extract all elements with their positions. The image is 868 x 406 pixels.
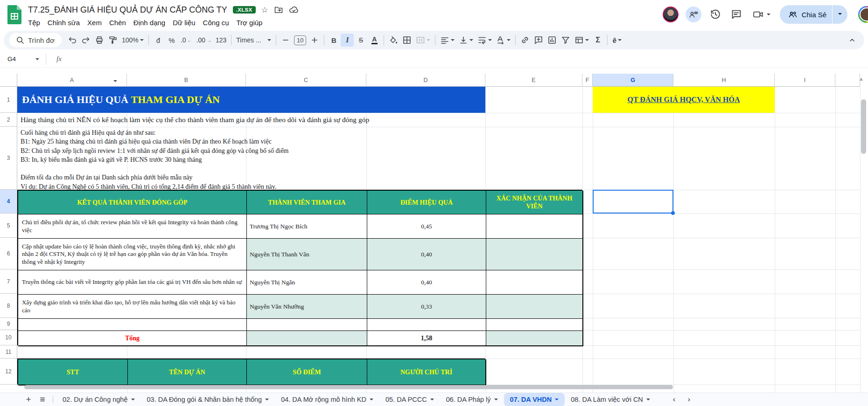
star-icon[interactable]: ☆ xyxy=(261,6,268,14)
undo-button[interactable] xyxy=(66,34,79,47)
redo-button[interactable] xyxy=(79,34,92,47)
horizontal-scrollbar[interactable] xyxy=(24,385,673,389)
name-box[interactable]: G4 xyxy=(0,55,35,62)
cell-task[interactable]: Cập nhật update báo cáo tỷ lệ hoàn thành… xyxy=(18,239,247,270)
menu-insert[interactable]: Chèn xyxy=(105,17,130,28)
insert-link-button[interactable] xyxy=(518,34,532,47)
filter-views-button[interactable] xyxy=(573,34,591,47)
row-header-1[interactable]: 1 xyxy=(0,87,17,113)
cell-score[interactable]: 0,40 xyxy=(367,270,486,295)
row-header-4[interactable]: 4 xyxy=(0,190,17,213)
cell-member[interactable]: Nguyễn Văn Nhưỡng xyxy=(247,295,367,319)
menu-edit[interactable]: Chỉnh sửa xyxy=(44,17,84,28)
header-score[interactable]: ĐIỂM HIỆU QUẢ xyxy=(367,191,486,214)
decrease-font-size-button[interactable] xyxy=(279,34,292,47)
menu-file[interactable]: Tệp xyxy=(24,17,44,28)
cell-member[interactable]: Trương Thị Ngọc Bích xyxy=(247,214,367,239)
header-member[interactable]: THÀNH VIÊN THAM GIA xyxy=(247,191,367,214)
horizontal-align-button[interactable] xyxy=(438,34,456,47)
move-folder-icon[interactable] xyxy=(274,5,283,14)
sheet-tab-04[interactable]: 04. DA Mở rộng mô hình KD xyxy=(275,393,379,406)
column-header-G[interactable]: G xyxy=(593,74,673,87)
cell-task[interactable]: Truyền thông các bài viết về Integrity g… xyxy=(18,270,247,295)
cell-confirm[interactable] xyxy=(486,295,583,319)
increase-font-size-button[interactable] xyxy=(308,34,321,47)
document-title[interactable]: T7.25_ĐÁNH GIÁ HIỆU QUẢ DỰ ÁN CẤP CÔNG T… xyxy=(28,5,227,15)
sheet-tab-02[interactable]: 02. Dự án Công nghệ xyxy=(56,393,141,406)
menu-view[interactable]: Xem xyxy=(84,17,105,28)
tabs-scroll-left-icon[interactable]: ‹ xyxy=(673,395,676,404)
column-header-A[interactable]: A xyxy=(17,74,127,87)
column-header-partial[interactable] xyxy=(835,74,860,87)
borders-button[interactable] xyxy=(400,34,413,47)
cell-task[interactable]: Xây dựng giáo trình và triển khai đào tạ… xyxy=(18,295,247,319)
paint-format-button[interactable] xyxy=(106,34,119,47)
row-header-3[interactable]: 3 xyxy=(0,127,17,190)
decrease-decimal-button[interactable]: .0← xyxy=(179,34,194,47)
total-value-cell[interactable]: 1,58 xyxy=(367,331,486,346)
sheet-tab-08[interactable]: 08. DA Làm việc với CN xyxy=(565,393,656,406)
header-contribution[interactable]: KẾT QUẢ THÀNH VIÊN ĐÓNG GÓP xyxy=(18,191,247,214)
cell-empty[interactable] xyxy=(247,331,367,346)
cell-confirm[interactable] xyxy=(486,214,583,239)
input-tools-button[interactable]: ê xyxy=(610,34,623,47)
cell-empty[interactable] xyxy=(18,319,247,331)
comments-icon[interactable] xyxy=(729,7,743,21)
cell-confirm[interactable] xyxy=(486,270,583,295)
formula-input[interactable] xyxy=(62,50,868,68)
column-header-C[interactable]: C xyxy=(246,74,366,87)
insert-chart-button[interactable] xyxy=(546,34,559,47)
cell-empty[interactable] xyxy=(247,319,367,331)
column-header-H[interactable]: H xyxy=(673,74,775,87)
menus-search[interactable]: Trình đơn xyxy=(9,33,62,47)
menu-format[interactable]: Định dạng xyxy=(130,17,169,28)
tabs-scroll-right-icon[interactable]: › xyxy=(688,395,691,404)
sheet-tab-03[interactable]: 03. DA Đóng gói & Nhân bản hệ thống xyxy=(141,393,275,406)
select-all-corner[interactable] xyxy=(0,74,17,87)
font-size-input[interactable]: 10 xyxy=(294,35,306,45)
contacts-presence-icon[interactable] xyxy=(686,7,701,22)
cell-empty[interactable] xyxy=(367,319,486,331)
menu-tools[interactable]: Công cụ xyxy=(199,17,233,28)
header-confirm[interactable]: XÁC NHẬN CỦA THÀNH VIÊN xyxy=(486,191,583,214)
cell-score[interactable]: 0,45 xyxy=(367,214,486,239)
note-row3-cell[interactable]: Cuối háng chủ trì đánh giá Hiệu quả dự á… xyxy=(21,128,289,191)
row-header-5[interactable]: 5 xyxy=(0,213,17,238)
cell-empty[interactable] xyxy=(486,331,583,346)
cell-task[interactable]: Chủ trì điều phối dự án, tổ chức review … xyxy=(18,214,247,239)
row-header-2[interactable]: 2 xyxy=(0,113,17,127)
fill-handle[interactable] xyxy=(671,211,675,215)
process-link-cell[interactable]: QT ĐÁNH GIÁ HQCV, VĂN HÓA xyxy=(593,87,775,113)
cell-member[interactable]: Nguyễn Thị Thanh Vân xyxy=(247,239,367,270)
column-header-I[interactable]: I xyxy=(775,74,835,87)
column-header-B[interactable]: B xyxy=(127,74,246,87)
row-header-8[interactable]: 8 xyxy=(0,294,17,318)
menu-data[interactable]: Dữ liệu xyxy=(169,17,199,28)
format-currency-button[interactable]: đ xyxy=(152,34,165,47)
column-header-D[interactable]: D xyxy=(366,74,485,87)
row-header-6[interactable]: 6 xyxy=(0,238,17,269)
hide-menus-button[interactable] xyxy=(846,34,859,47)
header-points[interactable]: SỐ ĐIỂM xyxy=(247,359,367,385)
cell-empty[interactable] xyxy=(486,319,583,331)
font-select[interactable]: Times ... xyxy=(234,34,273,47)
total-label-cell[interactable]: Tổng xyxy=(18,331,247,346)
text-wrap-button[interactable] xyxy=(476,34,494,47)
sheet-tab-06[interactable]: 06. DA Pháp lý xyxy=(440,393,504,406)
column-header-F[interactable]: F xyxy=(582,74,593,87)
text-color-button[interactable]: A xyxy=(368,34,381,47)
row-header-10[interactable]: 10 xyxy=(0,330,17,345)
merge-cells-button[interactable] xyxy=(414,34,432,47)
column-A-menu-caret[interactable] xyxy=(113,80,117,84)
version-history-icon[interactable] xyxy=(708,7,722,21)
bold-button[interactable]: B xyxy=(327,34,340,47)
strikethrough-button[interactable]: S xyxy=(354,34,367,47)
fill-color-button[interactable] xyxy=(387,34,400,47)
cell-confirm[interactable] xyxy=(486,239,583,270)
all-sheets-button[interactable]: ≡ xyxy=(35,393,49,406)
increase-decimal-button[interactable]: .00→ xyxy=(195,34,213,47)
header-stt[interactable]: STT xyxy=(18,359,128,385)
vertical-align-button[interactable] xyxy=(457,34,475,47)
menu-help[interactable]: Trợ giúp xyxy=(232,17,266,28)
sheet-tab-07-active[interactable]: 07. DA VHDN xyxy=(504,393,565,406)
